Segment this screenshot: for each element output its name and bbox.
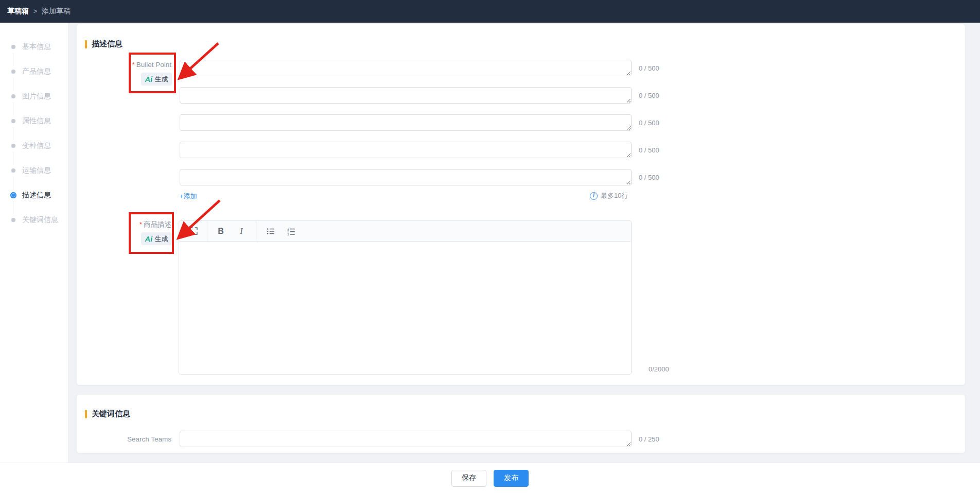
char-counter: 0 / 500 — [639, 92, 659, 99]
bullet-point-input-3[interactable] — [180, 114, 632, 131]
bullet-point-row-5: 0 / 500 — [180, 169, 659, 185]
footer-bar: 保存 发布 — [0, 463, 980, 493]
sidebar-item-label: 描述信息 — [22, 191, 51, 200]
required-mark: * — [139, 220, 142, 228]
bullet-point-row-1: 0 / 500 — [180, 60, 659, 76]
sidebar-item-label: 运输信息 — [22, 166, 51, 175]
bullet-point-rows: 0 / 5000 / 5000 / 5000 / 5000 / 500 — [180, 60, 659, 196]
publish-button[interactable]: 发布 — [494, 470, 529, 487]
step-dot-icon — [10, 192, 16, 198]
bullet-list-button[interactable] — [260, 221, 281, 242]
bullet-point-input-4[interactable] — [180, 142, 632, 158]
rich-text-editor: B I 1 2 3 — [179, 220, 632, 375]
max-rows-hint: i 最多10行 — [590, 191, 628, 200]
sidebar-item-label: 关键词信息 — [22, 215, 58, 225]
toolbar-divider — [207, 221, 207, 242]
bullet-point-input-2[interactable] — [180, 87, 632, 104]
sidebar-item-8[interactable]: 关键词信息 — [0, 208, 68, 232]
save-button[interactable]: 保存 — [451, 470, 486, 487]
bullet-point-row-3: 0 / 500 — [180, 114, 659, 131]
bullet-point-input-5[interactable] — [180, 169, 632, 185]
bullet-point-label-text: Bullet Point — [136, 61, 171, 69]
sidebar-item-3[interactable]: 图片信息 — [0, 84, 68, 109]
bullet-point-input-1[interactable] — [180, 60, 632, 76]
bullet-point-row-4: 0 / 500 — [180, 142, 659, 158]
ordered-list-button[interactable]: 1 2 3 — [281, 221, 302, 242]
ai-generate-bullet-button[interactable]: Ai 生成 — [141, 73, 172, 86]
section-header: 描述信息 — [85, 39, 122, 49]
required-mark: * — [132, 61, 134, 69]
section-header: 关键词信息 — [85, 409, 130, 419]
char-counter: 0 / 500 — [639, 146, 659, 154]
section-accent-bar — [85, 410, 87, 418]
step-dot-icon — [11, 94, 15, 98]
section-title: 关键词信息 — [92, 409, 130, 419]
breadcrumb-root[interactable]: 草稿箱 — [7, 7, 29, 16]
ordered-list-icon: 1 2 3 — [287, 227, 296, 236]
description-card: 描述信息 *Bullet Point Ai 生成 0 / 5000 / 5000… — [76, 24, 966, 385]
char-counter: 0 / 500 — [639, 119, 659, 127]
bullet-point-row-2: 0 / 500 — [180, 87, 659, 104]
sidebar-item-label: 变种信息 — [22, 141, 51, 150]
ai-generate-label: 生成 — [155, 234, 168, 244]
breadcrumb-separator-icon: > — [33, 8, 37, 15]
sidebar-item-2[interactable]: 产品信息 — [0, 59, 68, 84]
fullscreen-icon — [189, 227, 198, 235]
step-dot-icon — [11, 168, 15, 173]
italic-button[interactable]: I — [231, 221, 252, 242]
sidebar-item-4[interactable]: 属性信息 — [0, 109, 68, 133]
step-dot-icon — [11, 119, 15, 123]
keywords-card: 关键词信息 Search Teams 0 / 250 — [76, 394, 966, 453]
fullscreen-button[interactable] — [183, 221, 204, 242]
char-counter: 0 / 500 — [639, 64, 659, 72]
breadcrumb-current: 添加草稿 — [42, 7, 71, 16]
sidebar-item-1[interactable]: 基本信息 — [0, 35, 68, 59]
editor-content[interactable] — [179, 242, 631, 375]
step-dot-icon — [11, 70, 15, 74]
step-nav: 基本信息产品信息图片信息属性信息变种信息运输信息描述信息关键词信息 — [0, 23, 68, 463]
info-icon: i — [590, 192, 598, 200]
bullet-list-icon — [266, 227, 275, 236]
section-accent-bar — [85, 40, 87, 48]
step-dot-icon — [11, 45, 15, 49]
bold-button[interactable]: B — [211, 221, 231, 242]
editor-char-counter: 0/2000 — [649, 365, 669, 373]
sidebar-item-6[interactable]: 运输信息 — [0, 158, 68, 183]
sidebar-item-label: 基本信息 — [22, 42, 51, 52]
step-dot-icon — [11, 144, 15, 148]
search-terms-row: 0 / 250 — [180, 431, 659, 447]
ai-generate-label: 生成 — [155, 75, 168, 84]
sidebar-item-label: 图片信息 — [22, 92, 51, 101]
add-row-link[interactable]: +添加 — [180, 192, 197, 201]
sidebar-item-7[interactable]: 描述信息 — [0, 183, 68, 208]
svg-text:3: 3 — [287, 232, 289, 235]
topbar: 草稿箱 > 添加草稿 — [0, 0, 980, 23]
product-desc-label: *商品描述 — [77, 220, 171, 229]
toolbar-divider — [256, 221, 256, 242]
step-dot-icon — [11, 218, 15, 222]
search-terms-input[interactable] — [180, 431, 632, 447]
ai-icon: Ai — [145, 75, 153, 83]
bullet-point-label: *Bullet Point — [77, 61, 171, 69]
max-rows-hint-text: 最多10行 — [601, 191, 628, 200]
sidebar-item-label: 产品信息 — [22, 67, 51, 76]
char-counter: 0 / 250 — [639, 435, 659, 443]
product-desc-label-text: 商品描述 — [144, 220, 171, 228]
ai-icon: Ai — [145, 234, 153, 243]
ai-generate-desc-button[interactable]: Ai 生成 — [141, 232, 172, 245]
search-terms-label: Search Teams — [77, 435, 171, 443]
sidebar-item-5[interactable]: 变种信息 — [0, 133, 68, 158]
sidebar-item-label: 属性信息 — [22, 116, 51, 126]
section-title: 描述信息 — [92, 39, 122, 49]
char-counter: 0 / 500 — [639, 174, 659, 181]
editor-toolbar: B I 1 2 3 — [179, 221, 631, 242]
